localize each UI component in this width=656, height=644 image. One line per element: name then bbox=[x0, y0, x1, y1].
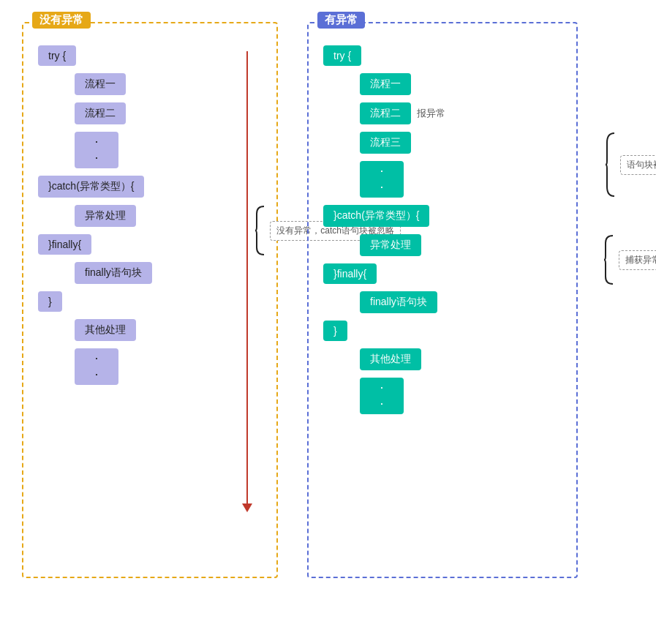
right-try-block: try { bbox=[323, 45, 361, 66]
left-finally-body-block: finally语句块 bbox=[75, 262, 152, 284]
left-exception-block: 异常处理 bbox=[75, 205, 136, 227]
svg-marker-1 bbox=[242, 503, 252, 512]
right-dots-mid-row: · · bbox=[360, 161, 562, 198]
left-finally-block: }finally{ bbox=[38, 234, 91, 255]
left-dots-bottom-block: · · bbox=[75, 348, 118, 385]
right-exception-block: 异常处理 bbox=[360, 234, 421, 256]
left-try-row: try { bbox=[38, 45, 262, 66]
right-exception-row: 异常处理 bbox=[360, 234, 562, 256]
right-brace-ignore-label: 语句块被忽略 bbox=[620, 155, 656, 175]
right-process2-note: 报异常 bbox=[417, 107, 445, 120]
left-dots-bottom-row: · · bbox=[75, 348, 262, 385]
right-catch-block: }catch(异常类型）{ bbox=[323, 205, 429, 227]
left-try-block: try { bbox=[38, 45, 76, 66]
right-ignore-section: 流程三 · · 语句块被忽略 bbox=[323, 132, 562, 198]
right-process2-row: 流程二 报异常 bbox=[360, 102, 562, 124]
right-panel: 有异常 try { 流程一 流程二 报异常 流程三 · · bbox=[307, 22, 578, 578]
right-process1-row: 流程一 bbox=[360, 73, 562, 95]
right-panel-title: 有异常 bbox=[317, 12, 365, 29]
right-dots-mid-block: · · bbox=[360, 161, 404, 198]
right-other-row: 其他处理 bbox=[360, 348, 562, 370]
left-panel: 没有异常 try { 流程一 流程二 · · }catch(异常类型）{ 异常处 bbox=[22, 22, 278, 578]
left-close-row: } bbox=[38, 291, 262, 312]
right-dots-bottom-block: · · bbox=[360, 378, 404, 414]
right-catch-section: 异常处理 捕获异常并处理 bbox=[323, 234, 562, 256]
right-brace-ignore: 语句块被忽略 bbox=[604, 132, 656, 198]
right-other-block: 其他处理 bbox=[360, 348, 421, 370]
left-process2-row: 流程二 bbox=[75, 102, 262, 124]
left-exception-row: 异常处理 bbox=[75, 205, 262, 227]
right-dots-bottom-row: · · bbox=[360, 378, 562, 414]
right-brace-catch-svg bbox=[603, 234, 616, 285]
right-brace-ignore-svg bbox=[604, 132, 617, 198]
right-finally-row: }finally{ bbox=[323, 263, 562, 284]
right-catch-row: }catch(异常类型）{ bbox=[323, 205, 562, 227]
left-process1-row: 流程一 bbox=[75, 73, 262, 95]
left-panel-title: 没有异常 bbox=[32, 12, 91, 29]
right-close-row: } bbox=[323, 321, 562, 341]
right-brace-catch-label: 捕获异常并处理 bbox=[619, 250, 656, 270]
left-other-row: 其他处理 bbox=[75, 319, 262, 341]
right-finally-block: }finally{ bbox=[323, 263, 377, 284]
left-close-block: } bbox=[38, 291, 62, 312]
left-process1-block: 流程一 bbox=[75, 73, 126, 95]
left-dots-row: · · bbox=[75, 132, 262, 168]
left-exception-section: 异常处理 没有异常，catch语句块被忽略 bbox=[38, 205, 262, 227]
right-process3-row: 流程三 bbox=[360, 132, 562, 154]
right-finally-body-block: finally语句块 bbox=[360, 291, 437, 313]
right-process3-block: 流程三 bbox=[360, 132, 411, 154]
right-try-row: try { bbox=[323, 45, 562, 66]
right-brace-catch: 捕获异常并处理 bbox=[603, 234, 656, 285]
right-finally-body-row: finally语句块 bbox=[360, 291, 562, 313]
left-finally-row: }finally{ bbox=[38, 234, 262, 255]
right-close-block: } bbox=[323, 321, 347, 341]
left-finally-body-row: finally语句块 bbox=[75, 262, 262, 284]
left-catch-block: }catch(异常类型）{ bbox=[38, 176, 144, 198]
right-process2-block: 流程二 bbox=[360, 102, 411, 124]
left-dots-block: · · bbox=[75, 132, 118, 168]
left-catch-row: }catch(异常类型）{ bbox=[38, 176, 262, 198]
left-process2-block: 流程二 bbox=[75, 102, 126, 124]
left-other-block: 其他处理 bbox=[75, 319, 136, 341]
right-process1-block: 流程一 bbox=[360, 73, 411, 95]
